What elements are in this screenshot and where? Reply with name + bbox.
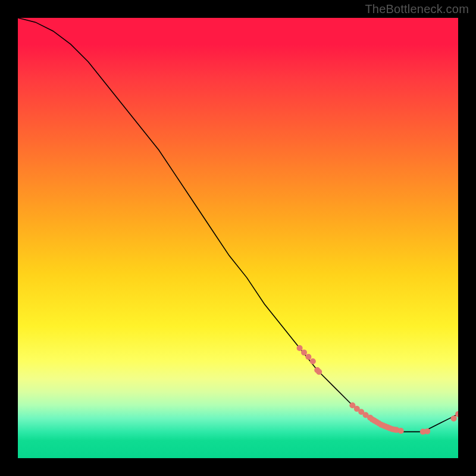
chart-marker-dot [398,428,404,434]
chart-marker-dot [455,411,458,417]
watermark-text: TheBottleneck.com [365,2,469,16]
chart-marker-dot [451,415,457,421]
chart-curve [18,18,458,432]
chart-svg [18,18,458,458]
plot-area [18,18,458,458]
chart-marker-dot [297,345,303,351]
chart-marker-dot [305,354,311,360]
chart-marker-dot [424,428,430,434]
chart-marker-dot [301,349,307,355]
chart-marker-dot [310,358,316,364]
chart-markers [297,345,458,435]
chart-marker-dot [316,369,322,375]
